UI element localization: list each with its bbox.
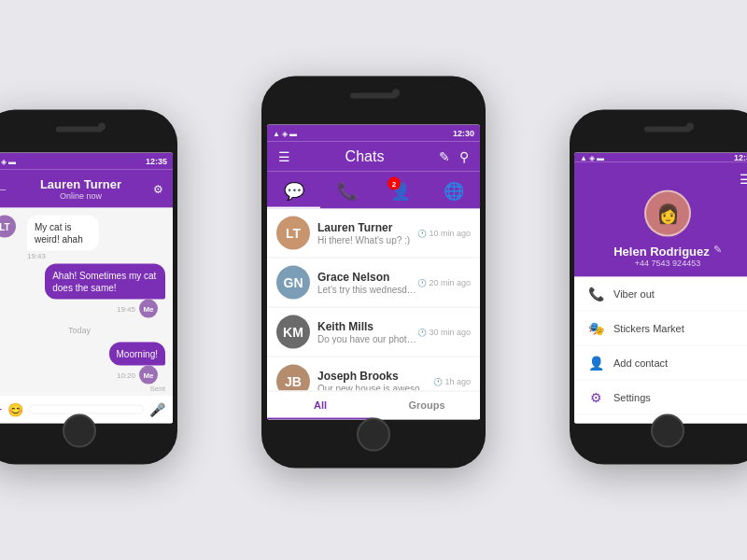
chat-contact-name: Lauren Turner xyxy=(8,177,153,191)
battery-icon-r: ▬ xyxy=(597,153,604,161)
chat-meta-keith: 🕐 30 min ago xyxy=(417,328,471,337)
settings-menu-icon: ⚙ xyxy=(587,390,604,405)
avatar-lauren: LT xyxy=(276,217,310,250)
msg-sent-status: Sent xyxy=(150,385,165,393)
messages-area: LT My cat is weird! ahah 19:43 Ahah! Som… xyxy=(0,208,173,395)
wifi-icon-r: ◈ xyxy=(589,153,595,161)
chat-preview-lauren: Hi there! What's up? :) xyxy=(317,235,417,245)
chat-name-joseph: Joseph Brooks xyxy=(317,370,433,383)
date-divider: Today xyxy=(0,326,165,335)
menu-item-stickers[interactable]: 🎭 Stickers Market xyxy=(574,312,747,346)
chat-item[interactable]: LT Lauren Turner Hi there! What's up? :)… xyxy=(267,209,480,259)
tab-contacts[interactable]: 👤 2 xyxy=(374,175,427,209)
battery-icon: ▬ xyxy=(8,157,16,165)
tab-groups[interactable]: Groups xyxy=(374,392,480,420)
mic-icon[interactable]: 🎤 xyxy=(149,402,165,417)
chat-item[interactable]: KM Keith Mills Do you have our photos fr… xyxy=(267,308,480,357)
menu-label-viber-out: Viber out xyxy=(613,288,655,300)
chat-meta-joseph: 🕐 1h ago xyxy=(433,377,471,386)
chat-info-lauren: Lauren Turner Hi there! What's up? :) xyxy=(317,221,417,245)
menu-list: 📞 Viber out 🎭 Stickers Market 👤 Add cont… xyxy=(574,277,747,424)
chat-name-lauren: Lauren Turner xyxy=(317,221,417,234)
add-contact-icon: 👤 xyxy=(587,356,604,371)
tab-calls[interactable]: 📞 xyxy=(320,175,374,209)
tab-more[interactable]: 🌐 xyxy=(427,175,480,209)
wifi-icon-c: ◈ xyxy=(282,129,288,137)
chat-name-keith: Keith Mills xyxy=(317,320,417,333)
avatar-grace: GN xyxy=(276,266,310,300)
chat-info-grace: Grace Nelson Let's try this wednesday...… xyxy=(317,271,417,295)
avatar-received-1: LT xyxy=(0,216,16,238)
chat-info-joseph: Joseph Brooks Our new house is awesome! … xyxy=(317,370,433,391)
contacts-badge: 2 xyxy=(388,177,401,190)
chat-meta-grace: 🕐 20 min ago xyxy=(417,278,471,287)
menu-item-add-contact[interactable]: 👤 Add contact xyxy=(574,346,747,381)
right-phone: ▲ ◈ ▬ 12:30 ☰ 👩 Helen Rodriguez ✎ +44 75… xyxy=(570,110,747,465)
menu-item-settings[interactable]: ⚙ Settings xyxy=(574,381,747,415)
center-phone: ▲ ◈ ▬ 12:30 ☰ Chats ✎ ⚲ 💬 📞 👤 2 xyxy=(261,77,486,469)
profile-edit-icon[interactable]: ✎ xyxy=(713,244,722,256)
chat-header: ← Lauren Turner Online now ⚙ xyxy=(0,170,173,208)
chat-header-info: Lauren Turner Online now xyxy=(8,177,153,201)
emoji-icon[interactable]: 😊 xyxy=(7,402,23,417)
profile-phone: +44 7543 924453 xyxy=(635,259,700,268)
avatar-sent-1: Me xyxy=(139,300,158,318)
msg-sent-1: Ahah! Sometimes my cat does the same! xyxy=(45,264,165,300)
profile-avatar: 👩 xyxy=(644,190,691,237)
status-bar-right: ▲ ◈ ▬ 12:30 xyxy=(574,153,747,162)
profile-name: Helen Rodriguez xyxy=(613,245,710,259)
chat-contact-status: Online now xyxy=(8,191,153,201)
chat-name-grace: Grace Nelson xyxy=(317,271,417,284)
chat-list: LT Lauren Turner Hi there! What's up? :)… xyxy=(267,209,480,391)
status-time-center: 12:30 xyxy=(453,129,474,138)
avatar-sent-2: Me xyxy=(139,366,158,385)
chat-meta-lauren: 🕐 10 min ago xyxy=(417,229,471,238)
menu-label-add-contact: Add contact xyxy=(613,357,668,369)
signal-icon-c: ▲ xyxy=(273,129,280,137)
chat-preview-keith: Do you have our photos from the nye? xyxy=(317,334,417,344)
main-tabs: 💬 📞 👤 2 🌐 xyxy=(267,172,480,209)
msg-time-1: 19:43 xyxy=(27,252,130,260)
menu-item-viber-out[interactable]: 📞 Viber out xyxy=(574,277,747,312)
menu-icon-right[interactable]: ☰ xyxy=(740,172,747,187)
chat-preview-grace: Let's try this wednesday... Is that alri… xyxy=(317,285,417,295)
chat-input-field[interactable] xyxy=(29,405,144,414)
chat-settings-icon[interactable]: ⚙ xyxy=(153,182,163,195)
avatar-joseph: JB xyxy=(276,365,310,391)
avatar-keith: KM xyxy=(276,315,310,349)
viber-out-icon: 📞 xyxy=(587,287,604,301)
chats-header: ☰ Chats ✎ ⚲ xyxy=(267,142,480,172)
status-time-left: 12:35 xyxy=(146,157,167,166)
tab-messages[interactable]: 💬 xyxy=(267,175,320,209)
status-time-right: 12:30 xyxy=(734,153,747,162)
status-bar-center: ▲ ◈ ▬ 12:30 xyxy=(267,125,480,142)
profile-header: ☰ 👩 Helen Rodriguez ✎ +44 7543 924453 xyxy=(574,162,747,277)
msg-time-2: 19:45 xyxy=(117,305,135,314)
msg-time-3: 10:20 xyxy=(117,371,135,380)
left-phone: ▲ ◈ ▬ 12:35 ← Lauren Turner Online now ⚙… xyxy=(0,110,177,465)
msg-sent-2: Moorning! xyxy=(109,343,165,366)
edit-icon[interactable]: ✎ xyxy=(437,147,452,166)
chat-info-keith: Keith Mills Do you have our photos from … xyxy=(317,320,417,344)
menu-label-settings: Settings xyxy=(613,392,651,403)
menu-label-stickers: Stickers Market xyxy=(613,323,684,334)
msg-received-1: My cat is weird! ahah xyxy=(27,216,99,251)
search-icon[interactable]: ⚲ xyxy=(458,147,471,166)
chat-item[interactable]: GN Grace Nelson Let's try this wednesday… xyxy=(267,259,480,308)
menu-icon[interactable]: ☰ xyxy=(276,147,292,166)
add-icon[interactable]: + xyxy=(0,401,2,418)
chat-item[interactable]: JB Joseph Brooks Our new house is awesom… xyxy=(267,357,480,391)
battery-icon-c: ▬ xyxy=(289,129,297,137)
signal-icon-r: ▲ xyxy=(580,153,587,161)
bottom-tabs: All Groups xyxy=(267,391,480,420)
wifi-icon: ◈ xyxy=(1,157,7,165)
chats-title: Chats xyxy=(292,148,437,165)
stickers-icon: 🎭 xyxy=(587,321,604,336)
status-bar-left: ▲ ◈ ▬ 12:35 xyxy=(0,153,173,170)
tab-all[interactable]: All xyxy=(267,392,374,420)
back-button[interactable]: ← xyxy=(0,181,8,196)
chat-preview-joseph: Our new house is awesome! You should com… xyxy=(317,384,433,391)
